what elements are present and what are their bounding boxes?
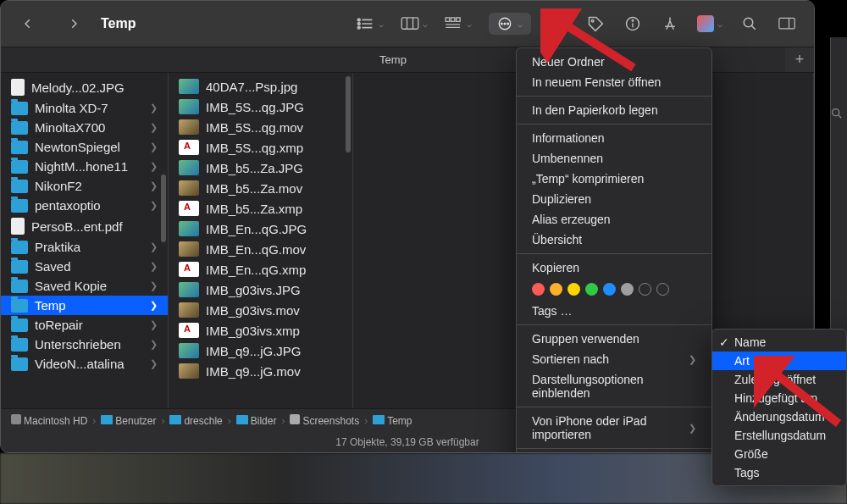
item-label: IMB_b5...Za.mov — [206, 181, 302, 196]
list-item[interactable]: Saved Kopie❯ — [1, 276, 168, 296]
path-segment[interactable]: dreschle — [169, 415, 222, 427]
menu-separator — [517, 448, 711, 449]
path-segment[interactable]: Macintosh HD — [11, 414, 87, 427]
list-item[interactable]: IMB_g03ivs.xmp — [169, 320, 352, 341]
list-item[interactable]: IMB_5S...qg.mov — [169, 117, 352, 137]
svg-point-6 — [357, 26, 360, 29]
folder-icon — [236, 415, 248, 424]
list-item[interactable]: Unterschrieben❯ — [1, 335, 168, 354]
tag-color-dot[interactable] — [621, 283, 634, 296]
item-label: toRepair — [35, 318, 83, 332]
menu-item[interactable]: Duplizieren — [517, 189, 711, 209]
tag-color-dot[interactable] — [603, 283, 616, 296]
chevron-right-icon: ❯ — [150, 241, 158, 252]
list-item[interactable]: IMB_En...qG.JPG — [169, 219, 352, 239]
file-thumbnail — [179, 140, 199, 155]
appstore-icon[interactable] — [660, 14, 680, 34]
list-item[interactable]: IMB_b5...Za.mov — [169, 178, 352, 198]
menu-item[interactable]: Sortieren nach❯ — [517, 349, 711, 369]
path-segment[interactable]: Screenshots — [290, 414, 359, 427]
submenu-item[interactable]: Größe — [712, 445, 846, 463]
list-item[interactable]: IMB_q9...jG.mov — [169, 361, 352, 381]
list-item[interactable]: Praktika❯ — [1, 237, 168, 257]
menu-item-label: „Temp“ komprimieren — [532, 172, 644, 186]
list-item[interactable]: Melody...02.JPG — [1, 76, 168, 98]
scrollbar[interactable] — [161, 174, 166, 242]
item-label: IMB_5S...qg.xmp — [206, 141, 303, 155]
annotation-arrow — [754, 356, 847, 432]
list-item[interactable]: PersoB...ent.pdf — [1, 215, 168, 237]
scrollbar[interactable] — [346, 76, 351, 152]
sidebar-toggle-button[interactable] — [777, 14, 797, 34]
forward-button[interactable] — [64, 14, 84, 34]
menu-item[interactable]: Tags … — [517, 301, 711, 321]
list-item[interactable]: IMB_En...qG.xmp — [169, 259, 352, 280]
path-separator: › — [161, 415, 164, 427]
menu-item[interactable]: Alias erzeugen — [517, 209, 711, 230]
search-button[interactable] — [739, 14, 760, 34]
chevron-right-icon: ❯ — [689, 423, 696, 434]
file-thumbnail — [179, 241, 199, 257]
menu-item-label: Alias erzeugen — [532, 213, 611, 226]
back-button[interactable] — [18, 14, 38, 34]
menu-item[interactable]: „Temp“ komprimieren — [517, 169, 711, 189]
view-columns-button[interactable]: ⌵ — [401, 17, 428, 30]
list-item[interactable]: IMB_b5...Za.xmp — [169, 198, 352, 219]
list-item[interactable]: Saved❯ — [1, 257, 168, 276]
menu-item-label: Umbenennen — [532, 152, 603, 165]
tab-label: Temp — [379, 53, 407, 66]
path-segment[interactable]: Benutzer — [101, 415, 156, 427]
list-item[interactable]: pentaxoptio❯ — [1, 196, 168, 215]
item-label: Praktika — [35, 240, 80, 254]
list-item[interactable]: NightM...hone11❯ — [1, 157, 168, 176]
list-item[interactable]: IMB_g03ivs.JPG — [169, 280, 352, 300]
tag-color-dot[interactable] — [550, 283, 562, 296]
list-item[interactable]: NikonF2❯ — [1, 176, 168, 196]
tag-color-dot[interactable] — [567, 283, 580, 296]
preview-app-icon[interactable]: ⌵ — [697, 15, 722, 32]
group-by-button[interactable]: ⌵ — [445, 17, 472, 30]
menu-item[interactable]: Von iPhone oder iPad importieren❯ — [517, 411, 711, 445]
path-segment[interactable]: Temp — [373, 415, 412, 427]
svg-point-18 — [504, 23, 506, 25]
list-item[interactable]: Minolta XD-7❯ — [1, 98, 168, 118]
item-label: IMB_En...qG.xmp — [206, 263, 306, 277]
list-item[interactable]: IMB_5S...qg.JPG — [169, 97, 352, 117]
folder-icon — [11, 318, 28, 332]
item-label: MinoltaX700 — [35, 120, 105, 135]
menu-item[interactable]: Dienste❯ — [517, 452, 711, 453]
menu-item[interactable]: Umbenennen — [517, 148, 711, 169]
view-list-button[interactable]: ⌵ — [357, 17, 384, 30]
list-item[interactable]: 40DA7...Psp.jpg — [169, 76, 352, 97]
list-item[interactable]: IMB_b5...Za.JPG — [169, 158, 352, 178]
submenu-item[interactable]: Name — [712, 333, 846, 352]
menu-item[interactable]: Übersicht — [517, 230, 711, 250]
chevron-right-icon: ❯ — [150, 319, 158, 330]
folder-icon — [11, 260, 28, 274]
list-item[interactable]: IMB_q9...jG.JPG — [169, 341, 352, 361]
menu-item[interactable]: Kopieren — [517, 258, 711, 278]
tag-color-dot[interactable] — [532, 283, 545, 296]
svg-line-33 — [766, 366, 839, 424]
list-item[interactable]: IMB_5S...qg.xmp — [169, 137, 352, 158]
folder-icon — [11, 199, 28, 213]
list-item[interactable]: MinoltaX700❯ — [1, 118, 168, 137]
menu-item[interactable]: Informationen — [517, 128, 711, 148]
list-item[interactable]: NewtonSpiegel❯ — [1, 137, 168, 157]
tag-color-dot[interactable] — [585, 283, 598, 296]
menu-item[interactable]: In den Papierkorb legen — [517, 100, 711, 120]
file-thumbnail — [179, 221, 199, 236]
tag-color-dot[interactable] — [639, 283, 651, 296]
tag-color-dot[interactable] — [656, 283, 669, 296]
list-item[interactable]: VideoN...atalina❯ — [1, 354, 168, 374]
path-segment[interactable]: Bilder — [236, 415, 277, 427]
submenu-item[interactable]: Tags — [712, 463, 846, 482]
list-item[interactable]: IMB_g03ivs.mov — [169, 300, 352, 320]
menu-item[interactable]: Gruppen verwenden — [517, 329, 711, 349]
list-item[interactable]: IMB_En...qG.mov — [169, 239, 352, 259]
new-tab-button[interactable]: + — [785, 47, 814, 72]
list-item[interactable]: toRepair❯ — [1, 315, 168, 335]
list-item[interactable]: Temp❯ — [1, 296, 168, 315]
menu-item[interactable]: Darstellungsoptionen einblenden — [517, 369, 711, 403]
action-menu-button[interactable]: ⌵ — [489, 13, 531, 35]
